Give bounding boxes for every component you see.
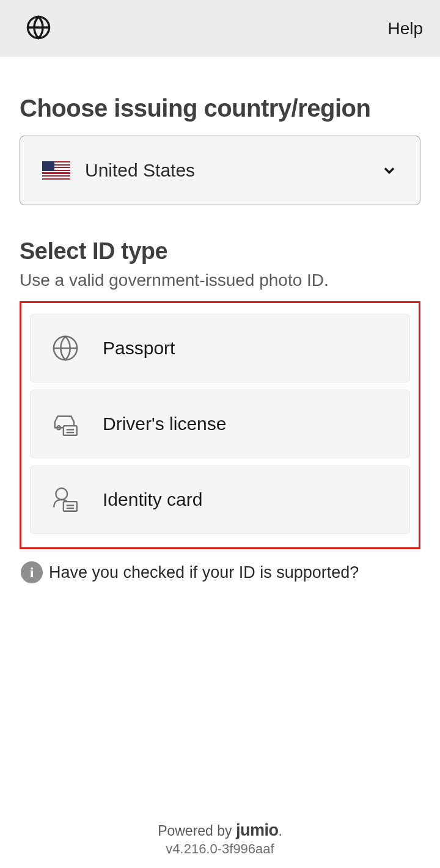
id-supported-info[interactable]: i Have you checked if your ID is support… [20, 561, 420, 583]
id-type-subtitle: Use a valid government-issued photo ID. [20, 271, 420, 290]
svg-rect-10 [64, 501, 77, 511]
id-option-label: Driver's license [103, 414, 226, 434]
identity-card-icon [50, 484, 81, 515]
info-text: Have you checked if your ID is supported… [49, 563, 359, 582]
header-bar: Help [0, 0, 440, 57]
id-option-passport[interactable]: Passport [30, 314, 410, 382]
id-option-identity-card[interactable]: Identity card [30, 465, 410, 534]
version-label: v4.216.0-3f996aaf [0, 841, 440, 857]
id-option-drivers-license[interactable]: Driver's license [30, 390, 410, 458]
country-selected-label: United States [85, 160, 381, 181]
id-type-title: Select ID type [20, 238, 420, 264]
chevron-down-icon [381, 162, 398, 179]
id-options-group: Passport Driver's license [20, 301, 420, 549]
id-option-label: Identity card [103, 489, 202, 510]
svg-point-9 [56, 488, 67, 500]
help-link[interactable]: Help [387, 19, 423, 38]
globe-icon[interactable] [26, 15, 51, 43]
country-title: Choose issuing country/region [20, 95, 420, 122]
passport-icon [50, 333, 81, 363]
us-flag-icon [42, 161, 70, 180]
id-option-label: Passport [103, 338, 175, 359]
content-area: Choose issuing country/region United Sta… [0, 57, 440, 821]
info-icon: i [21, 561, 43, 583]
drivers-license-icon [50, 409, 81, 439]
powered-by: Powered by jumio. [0, 821, 440, 840]
country-select[interactable]: United States [20, 136, 420, 205]
footer: Powered by jumio. v4.216.0-3f996aaf [0, 821, 440, 868]
svg-rect-6 [64, 426, 77, 436]
